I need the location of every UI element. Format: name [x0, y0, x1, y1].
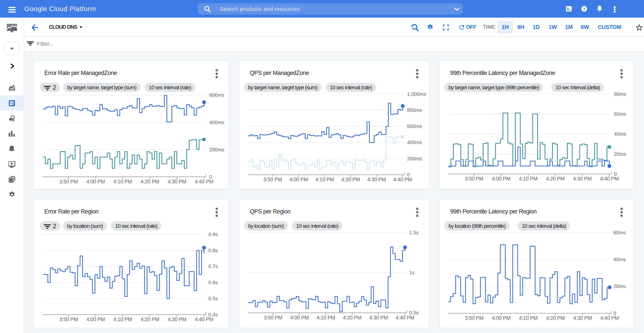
- svg-text:600ms: 600ms: [407, 123, 422, 129]
- svg-text:40ms: 40ms: [614, 257, 626, 262]
- svg-text:20ms: 20ms: [614, 151, 626, 157]
- svg-text:1,000ms: 1,000ms: [407, 91, 426, 97]
- svg-text:60ms: 60ms: [614, 230, 626, 236]
- svg-text:4:20 PM: 4:20 PM: [546, 315, 565, 321]
- svg-text:3:50 PM: 3:50 PM: [59, 179, 78, 185]
- svg-text:4:10 PM: 4:10 PM: [316, 315, 335, 321]
- svg-text:4:40 PM: 4:40 PM: [600, 176, 619, 182]
- svg-text:4:40 PM: 4:40 PM: [396, 315, 414, 321]
- svg-text:3:50 PM: 3:50 PM: [264, 315, 282, 321]
- svg-text:60ms: 60ms: [614, 111, 626, 117]
- svg-text:4:00 PM: 4:00 PM: [86, 179, 105, 185]
- svg-text:4:10 PM: 4:10 PM: [519, 315, 538, 321]
- svg-text:4:00 PM: 4:00 PM: [290, 315, 308, 321]
- svg-text:3:50 PM: 3:50 PM: [59, 317, 78, 322]
- svg-text:400ms: 400ms: [407, 139, 422, 145]
- svg-text:0.8s: 0.8s: [208, 248, 218, 253]
- svg-text:4:20 PM: 4:20 PM: [343, 315, 361, 321]
- svg-text:80ms: 80ms: [614, 91, 626, 97]
- svg-text:4:00 PM: 4:00 PM: [492, 176, 510, 182]
- svg-text:1.5s: 1.5s: [409, 230, 419, 236]
- svg-text:4:20 PM: 4:20 PM: [341, 177, 360, 182]
- svg-text:20ms: 20ms: [614, 283, 626, 289]
- svg-text:400ms: 400ms: [210, 120, 224, 125]
- svg-text:0.6s: 0.6s: [208, 280, 218, 285]
- svg-text:4:20 PM: 4:20 PM: [546, 176, 564, 182]
- svg-text:4:00 PM: 4:00 PM: [492, 315, 510, 321]
- svg-text:800ms: 800ms: [407, 107, 422, 113]
- svg-text:4:30 PM: 4:30 PM: [573, 176, 592, 182]
- svg-text:4:30 PM: 4:30 PM: [168, 317, 186, 322]
- svg-text:4:10 PM: 4:10 PM: [114, 317, 132, 322]
- svg-text:4:10 PM: 4:10 PM: [315, 177, 334, 182]
- svg-text:4:30 PM: 4:30 PM: [573, 315, 592, 321]
- svg-text:600ms: 600ms: [210, 92, 224, 98]
- svg-text:4:30 PM: 4:30 PM: [369, 315, 388, 321]
- svg-text:0.5s: 0.5s: [208, 296, 218, 301]
- svg-text:3:50 PM: 3:50 PM: [263, 177, 282, 182]
- svg-text:4:20 PM: 4:20 PM: [140, 179, 159, 185]
- svg-text:40ms: 40ms: [614, 131, 626, 137]
- svg-text:1s: 1s: [409, 270, 414, 276]
- svg-text:4:00 PM: 4:00 PM: [289, 177, 308, 182]
- svg-text:4:40 PM: 4:40 PM: [195, 317, 213, 322]
- svg-text:?: ?: [583, 7, 585, 12]
- svg-text:4:10 PM: 4:10 PM: [519, 176, 538, 182]
- svg-text:0.7s: 0.7s: [208, 264, 218, 269]
- svg-text:4:40 PM: 4:40 PM: [195, 179, 213, 185]
- svg-text:3:50 PM: 3:50 PM: [465, 176, 484, 182]
- svg-text:4:40 PM: 4:40 PM: [600, 315, 619, 321]
- svg-text:200ms: 200ms: [210, 147, 224, 153]
- svg-text:4:20 PM: 4:20 PM: [140, 317, 159, 322]
- svg-text:4:00 PM: 4:00 PM: [86, 317, 105, 322]
- svg-text:0.9s: 0.9s: [208, 232, 218, 237]
- svg-text:200ms: 200ms: [407, 156, 422, 162]
- svg-text:3:50 PM: 3:50 PM: [465, 315, 484, 321]
- svg-text:4:30 PM: 4:30 PM: [168, 179, 186, 185]
- svg-text:4:40 PM: 4:40 PM: [393, 177, 412, 182]
- svg-text:4:10 PM: 4:10 PM: [114, 179, 132, 185]
- svg-text:4:30 PM: 4:30 PM: [367, 177, 386, 182]
